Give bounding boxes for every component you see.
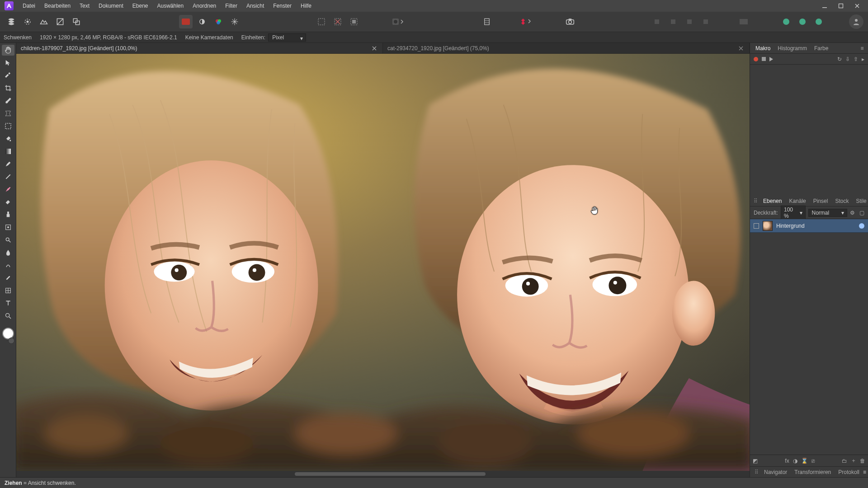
arrange-icon[interactable]: [517, 15, 535, 28]
tool-dodge[interactable]: [2, 235, 14, 245]
window-minimize-button[interactable]: [816, 0, 833, 12]
layer-adjust-icon[interactable]: ◑: [793, 458, 797, 464]
menu-filter[interactable]: Filter: [221, 1, 242, 11]
layer-visibility-icon[interactable]: [859, 223, 864, 229]
tool-inpaint[interactable]: [2, 222, 14, 233]
tool-color-picker[interactable]: [2, 70, 14, 81]
macro-reset-icon[interactable]: ↻: [837, 56, 842, 62]
tab-transformieren[interactable]: Transformieren: [791, 467, 835, 477]
crop-rotate-icon[interactable]: [480, 15, 494, 28]
select-all-icon[interactable]: [315, 15, 328, 28]
menu-hilfe[interactable]: Hilfe: [296, 1, 316, 11]
tab-histogramm[interactable]: Histogramm: [774, 43, 811, 53]
persona-develop-icon[interactable]: [37, 15, 51, 28]
document-tab-2[interactable]: cat-2934720_1920.jpg [Geändert] (75,0%): [383, 43, 750, 53]
layer-clip-icon[interactable]: ⎚: [811, 458, 815, 464]
stop-icon[interactable]: [762, 57, 766, 61]
layer-fx-icon[interactable]: fx: [785, 458, 789, 464]
menu-datei[interactable]: Datei: [18, 1, 40, 11]
menu-text[interactable]: Text: [75, 1, 94, 11]
tab-makro[interactable]: Makro: [752, 43, 774, 53]
window-close-button[interactable]: [849, 0, 865, 12]
opacity-field[interactable]: 100 %▾: [781, 206, 806, 220]
quickmask-icon[interactable]: [389, 15, 407, 28]
macro-export-icon[interactable]: ⇧: [854, 56, 858, 62]
panel-dock-icon[interactable]: ⠿: [752, 198, 760, 204]
menu-auswaehlen[interactable]: Auswählen: [152, 1, 188, 11]
close-tab-icon[interactable]: [371, 45, 378, 52]
cloud-sync-1-icon[interactable]: [779, 15, 793, 28]
menu-anordnen[interactable]: Anordnen: [188, 1, 221, 11]
window-maximize-button[interactable]: [833, 0, 849, 12]
invert-select-icon[interactable]: [347, 15, 361, 28]
layer-group-icon[interactable]: 🗀: [842, 458, 847, 464]
cloud-sync-3-icon[interactable]: [812, 15, 826, 28]
tool-hand[interactable]: [2, 45, 14, 56]
menu-dokument[interactable]: Dokument: [94, 1, 128, 11]
tool-blur[interactable]: [2, 247, 14, 258]
layer-select-checkbox[interactable]: [754, 223, 759, 229]
tool-crop[interactable]: [2, 83, 14, 94]
layer-row[interactable]: Hintergrund: [750, 219, 868, 233]
persona-export-icon[interactable]: [70, 15, 83, 28]
menu-fenster[interactable]: Fenster: [269, 1, 296, 11]
tool-flood-select[interactable]: [2, 108, 14, 119]
record-icon[interactable]: [754, 57, 758, 61]
layer-live-icon[interactable]: ⌛: [801, 458, 808, 464]
tool-selection-brush[interactable]: [2, 95, 14, 106]
layer-mask-icon[interactable]: ◩: [753, 458, 758, 464]
menu-ebene[interactable]: Ebene: [128, 1, 153, 11]
tab-stock[interactable]: Stock: [831, 196, 852, 206]
macro-import-icon[interactable]: ⇩: [845, 56, 850, 62]
persona-tone-icon[interactable]: [53, 15, 67, 28]
account-button[interactable]: [849, 14, 863, 29]
tool-zoom[interactable]: [2, 310, 14, 321]
persona-liquify-icon[interactable]: [21, 15, 34, 28]
tab-stile[interactable]: Stile: [852, 196, 868, 206]
menu-ansicht[interactable]: Ansicht: [242, 1, 269, 11]
camera-icon[interactable]: [563, 15, 577, 28]
menu-bearbeiten[interactable]: Bearbeiten: [40, 1, 75, 11]
panel-dock-icon[interactable]: ⠿: [753, 469, 760, 475]
tab-protokoll[interactable]: Protokoll: [835, 467, 863, 477]
tab-farbe[interactable]: Farbe: [811, 43, 832, 53]
blend-mode-dropdown[interactable]: Normal▾: [808, 209, 847, 217]
auto-wb-icon[interactable]: [228, 15, 241, 28]
tool-mesh[interactable]: [2, 285, 14, 296]
tool-healing[interactable]: [2, 272, 14, 283]
macro-add-icon[interactable]: ▸: [862, 56, 864, 62]
tool-marquee[interactable]: [2, 121, 14, 131]
close-tab-icon[interactable]: [737, 45, 745, 52]
tab-navigator[interactable]: Navigator: [760, 467, 791, 477]
background-color-swatch[interactable]: [8, 338, 14, 344]
canvas[interactable]: [16, 54, 750, 471]
tab-kanaele[interactable]: Kanäle: [785, 196, 809, 206]
tool-gradient[interactable]: [2, 146, 14, 157]
units-dropdown[interactable]: Pixel ▾: [268, 33, 306, 42]
tool-flood-fill[interactable]: [2, 133, 14, 144]
layer-settings-icon[interactable]: ⚙: [850, 210, 855, 216]
panel-menu-icon[interactable]: ≡: [863, 469, 866, 475]
layer-add-icon[interactable]: ＋: [851, 457, 856, 465]
panel-menu-icon[interactable]: ≡: [858, 44, 866, 52]
play-icon[interactable]: [769, 57, 773, 61]
tool-erase[interactable]: [2, 197, 14, 207]
tool-move[interactable]: [2, 57, 14, 68]
tool-paint-mixer[interactable]: [2, 184, 14, 195]
tab-ebenen[interactable]: Ebenen: [760, 196, 785, 206]
tool-pixel[interactable]: [2, 171, 14, 182]
swatch-red-icon[interactable]: [179, 15, 193, 28]
tool-clone[interactable]: [2, 209, 14, 220]
persona-photo-icon[interactable]: [5, 15, 18, 28]
auto-levels-icon[interactable]: [195, 15, 209, 28]
layer-delete-icon[interactable]: 🗑: [860, 458, 865, 464]
tool-text[interactable]: [2, 298, 14, 309]
auto-colors-icon[interactable]: [212, 15, 225, 28]
layer-tag-icon[interactable]: ▢: [859, 210, 864, 216]
horizontal-scrollbar[interactable]: [16, 471, 750, 477]
tab-pinsel[interactable]: Pinsel: [810, 196, 832, 206]
document-tab-1[interactable]: children-1879907_1920.jpg [Geändert] (10…: [16, 43, 383, 53]
cloud-sync-2-icon[interactable]: [796, 15, 809, 28]
tool-paint-brush[interactable]: [2, 159, 14, 169]
tool-smudge[interactable]: [2, 260, 14, 271]
